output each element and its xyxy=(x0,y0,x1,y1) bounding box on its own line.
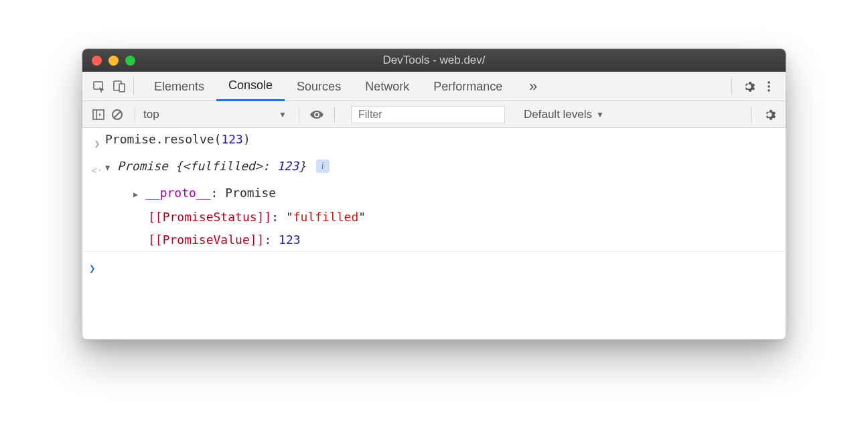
svg-rect-2 xyxy=(119,84,125,92)
more-options-icon[interactable] xyxy=(759,76,779,97)
svg-point-5 xyxy=(768,89,770,92)
console-prompt[interactable]: ❯ xyxy=(82,252,786,279)
input-code: Promise.resolve(123) xyxy=(105,129,779,149)
expand-toggle-icon[interactable]: ▶ xyxy=(133,184,143,204)
panel-tab-bar: Elements Console Sources Network Perform… xyxy=(82,72,786,101)
maximize-window-button[interactable] xyxy=(125,56,135,66)
separator xyxy=(751,107,752,123)
live-expression-eye-icon[interactable] xyxy=(307,105,326,124)
chevron-down-icon: ▼ xyxy=(279,110,287,119)
console-settings-gear-icon[interactable] xyxy=(760,105,779,124)
separator xyxy=(334,107,335,123)
more-tabs-icon[interactable]: » xyxy=(521,76,545,97)
traffic-lights xyxy=(92,56,135,66)
minimize-window-button[interactable] xyxy=(108,56,119,66)
device-toolbar-icon[interactable] xyxy=(109,76,129,97)
console-input-echo[interactable]: ❯ Promise.resolve(123) xyxy=(82,128,786,155)
separator xyxy=(299,107,299,123)
svg-point-3 xyxy=(768,81,770,84)
execution-context-label: top xyxy=(143,108,159,121)
show-console-sidebar-icon[interactable] xyxy=(89,105,108,124)
output-status-row[interactable]: [[PromiseStatus]]: "fulfilled" xyxy=(82,206,786,229)
chevron-down-icon: ▼ xyxy=(596,110,604,119)
output-proto-row[interactable]: ▶__proto__: Promise xyxy=(82,182,786,206)
tab-elements[interactable]: Elements xyxy=(142,72,216,101)
window-title: DevTools - web.dev/ xyxy=(82,54,786,67)
tab-console[interactable]: Console xyxy=(216,72,285,101)
close-window-button[interactable] xyxy=(92,56,102,66)
settings-gear-icon[interactable] xyxy=(739,76,759,97)
console-toolbar: top ▼ Default levels ▼ xyxy=(82,101,786,128)
tab-performance[interactable]: Performance xyxy=(421,72,514,101)
title-bar: DevTools - web.dev/ xyxy=(82,49,786,72)
clear-console-icon[interactable] xyxy=(108,105,127,124)
log-levels-select[interactable]: Default levels ▼ xyxy=(524,108,604,121)
output-summary: ▼Promise {<fulfilled>: 123} i xyxy=(105,156,779,178)
svg-point-4 xyxy=(768,85,770,88)
separator xyxy=(133,78,134,95)
tab-sources[interactable]: Sources xyxy=(285,72,353,101)
console-body: ❯ Promise.resolve(123) <· ▼Promise {<ful… xyxy=(82,128,786,339)
devtools-window: DevTools - web.dev/ Elements Console Sou… xyxy=(82,48,786,340)
svg-line-9 xyxy=(114,111,121,118)
expand-toggle-icon[interactable]: ▼ xyxy=(105,158,115,178)
filter-input[interactable] xyxy=(351,106,505,123)
tab-network[interactable]: Network xyxy=(353,72,421,101)
console-output-row[interactable]: <· ▼Promise {<fulfilled>: 123} i xyxy=(82,155,786,182)
svg-rect-0 xyxy=(94,82,102,89)
execution-context-select[interactable]: top ▼ xyxy=(143,108,291,121)
output-value-row[interactable]: [[PromiseValue]]: 123 xyxy=(82,229,786,252)
output-chevron-icon: <· xyxy=(89,156,105,180)
inspect-element-icon[interactable] xyxy=(89,76,109,97)
info-badge-icon[interactable]: i xyxy=(316,160,330,173)
input-chevron-icon: ❯ xyxy=(89,129,105,154)
svg-rect-6 xyxy=(93,110,104,119)
log-levels-label: Default levels xyxy=(524,108,592,121)
separator xyxy=(731,78,732,95)
separator xyxy=(135,107,135,123)
